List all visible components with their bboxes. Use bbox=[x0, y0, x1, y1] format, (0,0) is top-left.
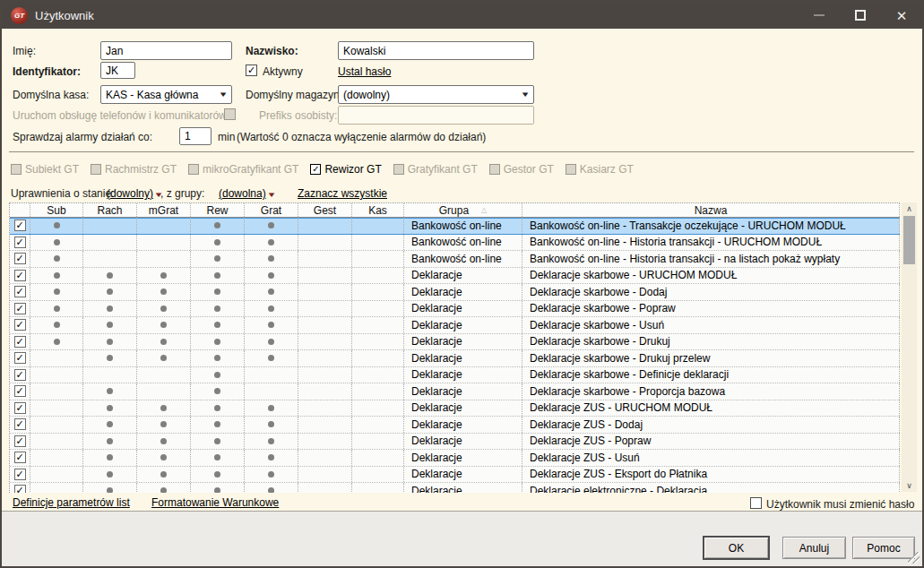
cell-Grat bbox=[245, 284, 298, 300]
cell-Grat bbox=[245, 218, 298, 234]
row-checkbox[interactable] bbox=[14, 485, 26, 493]
must-change-password-checkbox[interactable] bbox=[750, 497, 762, 509]
column-header-Nazwa[interactable]: Nazwa bbox=[522, 203, 900, 217]
column-header-Kas[interactable]: Kas bbox=[352, 203, 404, 217]
row-checkbox[interactable] bbox=[14, 469, 26, 480]
column-header-Grat[interactable]: Grat bbox=[245, 203, 298, 217]
resize-grip-icon[interactable] bbox=[908, 552, 920, 564]
table-row[interactable]: Bankowość on-lineBankowość on-line - His… bbox=[10, 251, 900, 268]
column-header-Grupa[interactable]: Grupa△ bbox=[404, 203, 522, 217]
permission-dot-icon bbox=[160, 272, 167, 279]
cell-nazwa: Deklaracje skarbowe - Drukuj bbox=[522, 334, 900, 350]
alarm-interval-input[interactable]: 1 bbox=[179, 127, 212, 145]
permission-dot-icon bbox=[107, 339, 113, 345]
cell-nazwa: Deklaracje skarbowe - Definicje deklarac… bbox=[522, 367, 900, 383]
chevron-down-icon: ▼ bbox=[520, 90, 530, 99]
close-button[interactable]: ✕ bbox=[881, 2, 922, 29]
table-row[interactable]: DeklaracjeDeklaracje elektroniczne - Dek… bbox=[10, 483, 900, 493]
table-row[interactable]: DeklaracjeDeklaracje skarbowe - Drukuj bbox=[10, 334, 900, 351]
permission-dot-icon bbox=[214, 272, 220, 279]
permission-dot-icon bbox=[268, 405, 274, 411]
row-checkbox[interactable] bbox=[14, 286, 26, 297]
row-checkbox[interactable] bbox=[14, 319, 26, 331]
column-header-Sub[interactable]: Sub bbox=[30, 203, 83, 217]
active-checkbox[interactable] bbox=[246, 65, 257, 76]
cell-Gest bbox=[298, 483, 352, 493]
table-row[interactable]: DeklaracjeDeklaracje skarbowe - Dodaj bbox=[10, 284, 900, 301]
cell-grupa: Deklaracje bbox=[404, 434, 522, 450]
table-row[interactable]: DeklaracjeDeklaracje ZUS - Usuń bbox=[10, 450, 900, 467]
ok-button[interactable]: OK bbox=[703, 536, 770, 560]
table-row[interactable]: DeklaracjeDeklaracje skarbowe - Proporcj… bbox=[10, 383, 900, 400]
conditional-formatting-link[interactable]: Formatowanie Warunkowe bbox=[151, 496, 279, 509]
row-checkbox[interactable] bbox=[14, 402, 26, 414]
permission-dot-icon bbox=[268, 454, 274, 460]
cancel-button[interactable]: Anuluj bbox=[782, 537, 846, 559]
cell-Sub bbox=[30, 334, 83, 350]
permission-dot-icon bbox=[268, 355, 274, 361]
cell-Sub bbox=[30, 383, 83, 400]
default-warehouse-select[interactable]: (dowolny) ▼ bbox=[338, 85, 534, 104]
permission-dot-icon bbox=[268, 438, 274, 444]
checkbox-icon bbox=[91, 164, 101, 175]
table-row[interactable]: DeklaracjeDeklaracje ZUS - Dodaj bbox=[10, 417, 900, 434]
column-header-Gest[interactable]: Gest bbox=[298, 203, 352, 217]
scrollbar-thumb[interactable] bbox=[903, 216, 915, 264]
permission-dot-icon bbox=[107, 306, 113, 312]
permission-dot-icon bbox=[107, 388, 113, 394]
scroll-down-icon[interactable]: ∨ bbox=[902, 479, 917, 492]
row-checkbox[interactable] bbox=[14, 270, 26, 281]
permission-dot-icon bbox=[268, 471, 274, 478]
row-checkbox[interactable] bbox=[14, 219, 26, 231]
row-checkbox[interactable] bbox=[14, 253, 26, 264]
checkbox-icon[interactable] bbox=[310, 164, 321, 175]
permission-dot-icon bbox=[107, 322, 113, 328]
set-password-link[interactable]: Ustal hasło bbox=[338, 65, 391, 78]
column-header-Rew[interactable]: Rew bbox=[191, 203, 245, 217]
table-row[interactable]: DeklaracjeDeklaracje ZUS - Eksport do Pł… bbox=[10, 467, 900, 484]
vertical-scrollbar[interactable]: ∧ ∨ bbox=[902, 202, 917, 492]
table-row[interactable]: DeklaracjeDeklaracje ZUS - URUCHOM MODUŁ bbox=[10, 400, 900, 417]
table-row[interactable]: DeklaracjeDeklaracje skarbowe - URUCHOM … bbox=[10, 268, 900, 285]
product-checkbox-rewizor-gt[interactable]: Rewizor GT bbox=[310, 163, 381, 176]
row-checkbox[interactable] bbox=[14, 418, 26, 430]
cell-Rew bbox=[191, 367, 245, 383]
permissions-group-dropdown[interactable]: (dowolna)▼ bbox=[219, 187, 275, 200]
minimize-button[interactable] bbox=[799, 2, 840, 29]
table-row[interactable]: Bankowość on-lineBankowość on-line - Tra… bbox=[10, 218, 900, 235]
maximize-button[interactable] bbox=[840, 2, 881, 29]
table-row[interactable]: Bankowość on-lineBankowość on-line - His… bbox=[10, 235, 900, 252]
default-cash-select[interactable]: KAS - Kasa główna ▼ bbox=[100, 85, 232, 104]
row-checkbox[interactable] bbox=[14, 385, 26, 397]
table-row[interactable]: DeklaracjeDeklaracje skarbowe - Usuń bbox=[10, 317, 900, 334]
row-checkbox[interactable] bbox=[14, 452, 26, 463]
column-header-mGrat[interactable]: mGrat bbox=[137, 203, 191, 217]
cell-nazwa: Deklaracje elektroniczne - Deklaracja bbox=[522, 483, 900, 493]
list-params-link[interactable]: Definicje parametrów list bbox=[13, 496, 130, 509]
row-checkbox[interactable] bbox=[14, 369, 26, 381]
permissions-state-dropdown[interactable]: (dowolny)▼ bbox=[107, 187, 162, 200]
cell-mGrat bbox=[137, 417, 191, 433]
row-checkbox[interactable] bbox=[14, 336, 26, 348]
column-header-checkbox[interactable] bbox=[10, 203, 30, 217]
row-checkbox[interactable] bbox=[14, 352, 26, 364]
first-name-input[interactable]: Jan bbox=[100, 41, 232, 60]
permission-dot-icon bbox=[214, 405, 220, 411]
cell-Rew bbox=[191, 218, 245, 234]
checkbox-icon bbox=[489, 164, 500, 175]
column-header-Rach[interactable]: Rach bbox=[83, 203, 137, 217]
table-row[interactable]: DeklaracjeDeklaracje skarbowe - Popraw bbox=[10, 301, 900, 318]
table-row[interactable]: DeklaracjeDeklaracje skarbowe - Drukuj p… bbox=[10, 350, 900, 367]
help-button[interactable]: Pomoc bbox=[852, 537, 915, 559]
scroll-up-icon[interactable]: ∧ bbox=[902, 202, 917, 215]
cell-Rew bbox=[191, 417, 245, 433]
row-checkbox[interactable] bbox=[14, 237, 26, 248]
select-all-link[interactable]: Zaznacz wszystkie bbox=[298, 187, 387, 200]
last-name-input[interactable]: Kowalski bbox=[338, 41, 534, 60]
row-checkbox[interactable] bbox=[14, 435, 26, 447]
permissions-group-label: , z grupy: bbox=[160, 187, 204, 200]
row-checkbox[interactable] bbox=[14, 303, 26, 314]
table-row[interactable]: DeklaracjeDeklaracje skarbowe - Definicj… bbox=[10, 367, 900, 384]
table-row[interactable]: DeklaracjeDeklaracje ZUS - Popraw bbox=[10, 434, 900, 451]
identifier-input[interactable]: JK bbox=[100, 62, 135, 79]
